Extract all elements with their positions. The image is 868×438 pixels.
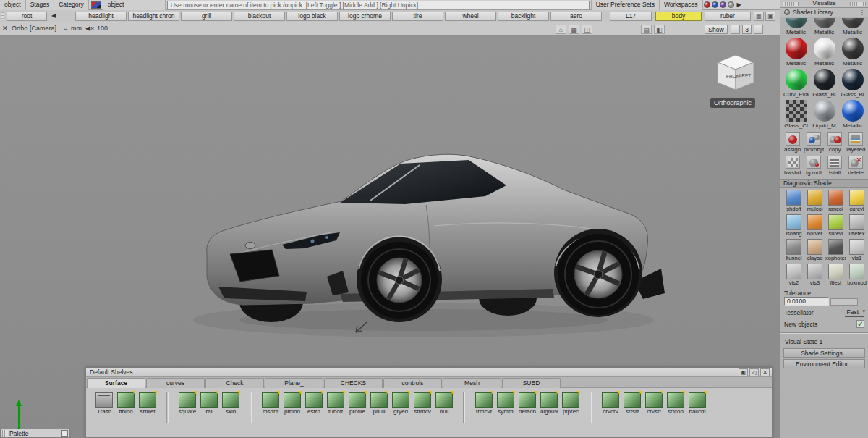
shelf-item-square[interactable]: square	[176, 392, 198, 415]
tab-subd[interactable]: SUBD	[502, 378, 561, 388]
shader-tile[interactable]: Metallic	[782, 37, 810, 67]
diag-shdoff-button[interactable]: shdoff	[783, 190, 804, 212]
tab-curves[interactable]: curves	[146, 378, 205, 388]
diag-vis3-button[interactable]: vis3	[804, 264, 825, 286]
toolbar-button-backlight[interactable]: backlight	[498, 12, 549, 21]
toolbar-button-logo-black[interactable]: logo black	[286, 12, 338, 21]
shader-tile[interactable]: Metallic	[838, 18, 867, 35]
diag-usetex-button[interactable]: usetex	[846, 214, 867, 237]
toolbar-button-wheel[interactable]: wheel	[445, 12, 496, 21]
tgmdl-button[interactable]: tg mdl	[804, 156, 824, 176]
zoom-value[interactable]: 100	[97, 25, 108, 32]
shelf-item-phull[interactable]: phull	[368, 392, 390, 415]
layer-list-icon[interactable]: ▣	[765, 12, 775, 21]
shelf-item-profile[interactable]: profile	[346, 392, 368, 415]
diag-xophoter-button[interactable]: xophoter	[825, 239, 846, 261]
diag-clayao-button[interactable]: clayao	[804, 239, 825, 261]
diag-curevl-button[interactable]: curevl	[846, 190, 867, 212]
shelf-item-crvcrv[interactable]: crvcrv	[600, 392, 621, 415]
diag-rancol-button[interactable]: rancol	[825, 190, 846, 212]
shader-tile[interactable]: Metallic	[838, 99, 867, 129]
environment-editor-button[interactable]: Environment Editor...	[783, 359, 865, 368]
tab-mesh[interactable]: Mesh	[443, 378, 501, 388]
toolbar-button-grill[interactable]: grill	[181, 12, 232, 21]
diag-isoang-button[interactable]: isoang	[783, 214, 804, 237]
view-cube[interactable]: FRONT LEFT	[712, 49, 760, 94]
shade-settings-button[interactable]: Shade Settings...	[783, 348, 865, 358]
tab-plane[interactable]: Plane_	[265, 378, 323, 388]
diag-boxmod-button[interactable]: boxmod	[846, 264, 867, 286]
toolbar-button-headlight[interactable]: headlight	[75, 12, 127, 21]
pick-prompt-input[interactable]: Use mouse or enter name of item to pick …	[167, 1, 590, 9]
lstall-button[interactable]: lstall	[825, 156, 845, 176]
user-preference-sets-button[interactable]: User Preference Sets	[591, 0, 660, 10]
diag-horver-button[interactable]: horver	[804, 214, 825, 237]
small-blank-button-2[interactable]	[754, 25, 763, 34]
palette-grip[interactable]	[2, 430, 8, 437]
view-count-button[interactable]: 3	[742, 25, 752, 34]
shelf-item-ptblnd[interactable]: ptblnd	[281, 392, 303, 415]
pickobjs-button[interactable]: pickobjs	[804, 132, 824, 153]
toolbar-button-logo-crhome[interactable]: logo crhome	[339, 12, 391, 21]
tessellator-dropdown[interactable]: Fast	[845, 308, 864, 317]
new-objects-checkbox[interactable]: ✓	[856, 320, 864, 328]
view-panes-icon[interactable]: ◫	[582, 25, 592, 34]
shelves-grid-icon[interactable]: ▣	[739, 368, 748, 376]
shelf-item-ffblnd[interactable]: ffblnd	[115, 392, 137, 415]
root-button[interactable]: root	[7, 12, 47, 21]
shelf-item-srfcon[interactable]: srfcon	[665, 392, 686, 415]
shelf-item-srfsrf[interactable]: srfsrf	[621, 392, 643, 415]
visual-state-item[interactable]: Visual State 1	[780, 337, 868, 347]
view-layout-icon[interactable]: ▤	[641, 25, 652, 34]
shelves-title-bar[interactable]: Default Shelves ▣ ◁ ✕	[86, 368, 772, 377]
tab-check[interactable]: Check	[205, 378, 264, 388]
shader-library-dropdown[interactable]: Shader Library... ⋮	[780, 8, 868, 17]
projection-label[interactable]: Orthographic	[710, 98, 755, 108]
diag-surevl-button[interactable]: surevl	[825, 214, 846, 237]
shelf-item-crvsrf[interactable]: crvsrf	[643, 392, 665, 415]
tab-controls[interactable]: controls	[383, 378, 442, 388]
workspace-blue-sphere-icon[interactable]	[712, 1, 718, 8]
assign-button[interactable]: assign	[783, 132, 803, 153]
tolerance-slider[interactable]	[830, 298, 858, 306]
shelf-item-algn09[interactable]: algn09	[538, 392, 560, 415]
color-swatch-icon[interactable]	[91, 1, 101, 9]
diag-filest-button[interactable]: filest	[825, 264, 846, 286]
layer-button-ruber[interactable]: ruber	[705, 12, 751, 21]
menu-category[interactable]: Category	[54, 0, 89, 10]
shelf-item-srfillet[interactable]: srfillet	[137, 392, 158, 415]
small-blank-button[interactable]	[731, 25, 740, 34]
tab-checks[interactable]: CHECKS	[324, 378, 383, 388]
tab-surface[interactable]: Surface	[87, 378, 145, 388]
palette-window[interactable]: Palette	[0, 429, 70, 438]
shelf-item-ral[interactable]: ral	[198, 392, 220, 415]
shelf-item-hull[interactable]: hull	[433, 392, 455, 415]
view-camera-icon[interactable]: ⌂	[556, 25, 566, 34]
shader-tile[interactable]: Metallic	[810, 37, 838, 67]
shelf-item-trmcvt[interactable]: trmcvt	[473, 392, 495, 415]
palette-toggle[interactable]	[61, 430, 68, 437]
toolbar-button-blackout[interactable]: blackout	[234, 12, 285, 21]
viewport-close-icon[interactable]: ✕	[2, 25, 8, 32]
unit-toggle-icon[interactable]: ↔	[62, 25, 69, 32]
zoom-icon[interactable]: ◀×	[85, 25, 94, 32]
shader-library-menu-icon[interactable]: ⋮	[859, 9, 866, 16]
shader-tile[interactable]: Metallic	[782, 18, 810, 35]
shelf-item-trash[interactable]: Trash	[93, 392, 115, 415]
root-back-arrow-icon[interactable]: ◀	[49, 12, 58, 19]
layer-grid-icon[interactable]: ▦	[754, 12, 764, 21]
workspace-purple-sphere-icon[interactable]	[720, 1, 726, 8]
toolbar-button-aero[interactable]: aero	[550, 12, 602, 21]
shelves-collapse-icon[interactable]: ◁	[749, 368, 759, 376]
show-button[interactable]: Show	[705, 25, 728, 34]
shelf-item-ptprec[interactable]: ptprec	[560, 392, 582, 415]
shelf-item-gryed[interactable]: gryed	[390, 392, 412, 415]
shader-tile[interactable]: Liquid_M	[810, 99, 838, 129]
shader-tile[interactable]: Metallic	[810, 18, 838, 35]
shelf-item-tuboff[interactable]: tuboff	[325, 392, 346, 415]
shader-tile[interactable]: Metallic	[838, 37, 867, 67]
diag-mulcol-button[interactable]: mulcol	[804, 190, 825, 212]
workspace-red-sphere-icon[interactable]	[704, 1, 710, 8]
workspace-gray-sphere-icon[interactable]	[728, 1, 734, 8]
layered-button[interactable]: layered	[846, 132, 866, 153]
